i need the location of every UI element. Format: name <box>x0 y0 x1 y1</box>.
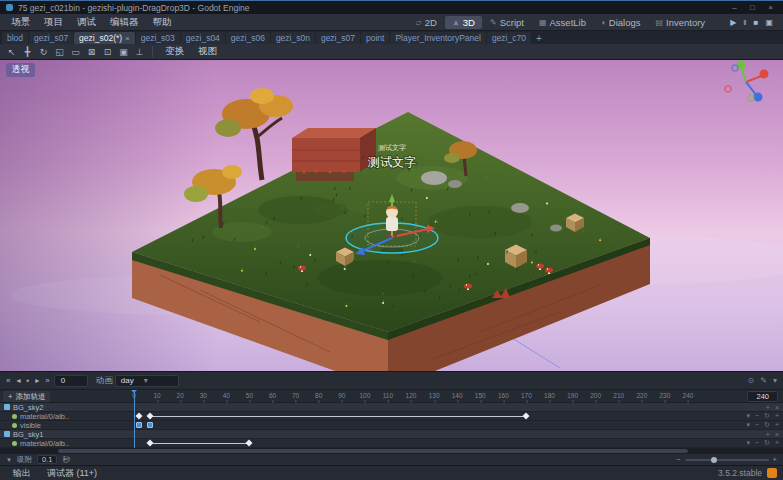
unlock-tool-icon[interactable]: ⊡ <box>100 47 115 57</box>
add-key-icon[interactable]: + <box>775 421 779 429</box>
timeline-ruler[interactable]: + 添加轨道 010203040506070809010011012013014… <box>0 390 783 403</box>
workspace-dialogs-button[interactable]: ◖Dialogs <box>594 16 648 29</box>
loop-icon[interactable]: ↻ <box>764 439 770 447</box>
new-scene-tab-button[interactable]: + <box>532 33 546 44</box>
edit-animation-icon[interactable]: ✎ <box>760 376 767 385</box>
menu-场景[interactable]: 场景 <box>4 16 37 29</box>
remove-track-icon[interactable]: × <box>775 404 779 411</box>
scale-tool-icon[interactable]: ◱ <box>52 47 67 57</box>
animation-select-dropdown[interactable]: day ▾ <box>115 375 179 387</box>
workspace-3d-button[interactable]: ▲3D <box>445 16 482 29</box>
select-tool-icon[interactable]: ↖ <box>4 47 19 57</box>
anim-play-backwards-button[interactable]: ◂ <box>14 376 22 385</box>
scene-tab-gezi-s03[interactable]: gezi_s03 <box>136 32 180 44</box>
add-key-icon[interactable]: + <box>775 439 779 447</box>
scrollbar-thumb[interactable] <box>58 449 688 453</box>
animation-length-box[interactable]: 240 <box>747 391 778 402</box>
anim-play-backwards-from-end-button[interactable]: « <box>4 376 12 385</box>
toolbar-menu-视图[interactable]: 视图 <box>191 45 224 58</box>
interpolation-icon[interactable]: ~ <box>755 439 759 447</box>
keyframe[interactable] <box>147 422 153 428</box>
add-key-icon[interactable]: + <box>775 412 779 420</box>
workspace-assetlib-button[interactable]: ▦AssetLib <box>532 16 593 29</box>
keyframe[interactable] <box>246 439 253 446</box>
loop-icon[interactable]: ↻ <box>764 421 770 429</box>
scene-tab-gezi-s02---[interactable]: gezi_s02(*)× <box>74 32 135 44</box>
scene-tab-label: blod <box>7 33 23 43</box>
menu-编辑器[interactable]: 编辑器 <box>103 16 146 29</box>
move-tool-icon[interactable]: ╋ <box>20 47 35 57</box>
pause-button[interactable]: ‖ <box>741 18 748 27</box>
add-key-icon[interactable]: + <box>766 404 770 411</box>
menu-项目[interactable]: 项目 <box>37 16 70 29</box>
update-mode-icon[interactable]: ▾ <box>746 421 750 429</box>
panel-button---[interactable]: 输出 <box>6 467 38 480</box>
bottom-panel-buttons: 输出调试器 (11+) <box>6 467 104 480</box>
list-select-tool-icon[interactable]: ▭ <box>68 47 83 57</box>
minimize-button[interactable]: – <box>728 3 741 12</box>
workspace-2d-button[interactable]: ▱2D <box>409 16 444 29</box>
snap-value-spinbox[interactable]: 0.1 <box>37 455 57 464</box>
interpolation-icon[interactable]: ~ <box>755 421 759 429</box>
timeline-playhead[interactable] <box>134 390 135 448</box>
onion-skinning-icon[interactable]: ⊙ <box>748 376 755 385</box>
keyframe[interactable] <box>147 412 154 419</box>
play-button[interactable]: ▶ <box>728 18 738 27</box>
keyframe[interactable] <box>135 412 142 419</box>
remove-track-icon[interactable]: × <box>775 431 779 438</box>
timeline-scrollbar[interactable] <box>0 448 783 454</box>
keyframe[interactable] <box>136 422 142 428</box>
update-mode-icon[interactable]: ▾ <box>746 439 750 447</box>
scene-tab-gezi-s04[interactable]: gezi_s04 <box>181 32 225 44</box>
loop-icon[interactable]: ↻ <box>764 412 770 420</box>
workspace-script-button[interactable]: ✎Script <box>483 16 531 29</box>
perspective-button[interactable]: 透视 <box>6 63 35 77</box>
add-key-icon[interactable]: + <box>766 431 770 438</box>
keyframe[interactable] <box>147 439 154 446</box>
scene-tab-gezi-s06[interactable]: gezi_s06 <box>226 32 270 44</box>
menu-调试[interactable]: 调试 <box>70 16 103 29</box>
scene-tab-point[interactable]: point <box>361 32 389 44</box>
keyframe[interactable] <box>523 412 530 419</box>
snap-tool-icon[interactable]: ⊥ <box>132 47 147 57</box>
lock-tool-icon[interactable]: ⊠ <box>84 47 99 57</box>
maximize-button[interactable]: □ <box>746 3 759 12</box>
scene-tab-gezi-c70[interactable]: gezi_c70 <box>487 32 531 44</box>
zoom-slider-handle[interactable] <box>711 457 717 463</box>
track-name: material/0/alb.. <box>0 439 130 448</box>
current-time-spinbox[interactable]: 0 <box>54 375 88 387</box>
close-icon[interactable]: × <box>125 34 130 43</box>
anim-play-button[interactable]: ▸ <box>33 376 41 385</box>
panel-button------11--[interactable]: 调试器 (11+) <box>40 467 104 480</box>
stop-button[interactable]: ■ <box>752 18 761 27</box>
anim-play-from-start-button[interactable]: » <box>43 376 51 385</box>
scene-tab-player-inventorypanel[interactable]: Player_InventoryPanel <box>390 32 486 44</box>
interpolation-icon[interactable]: ~ <box>755 412 759 420</box>
3d-viewport[interactable]: 测试文字 测试文字 透视 <box>0 60 783 371</box>
workspace-label: AssetLib <box>550 17 586 28</box>
scene-tab-label: gezi_s0n <box>276 33 310 43</box>
close-button[interactable]: × <box>764 3 777 12</box>
group-tool-icon[interactable]: ▣ <box>116 47 131 57</box>
track-list: BG_sky2+×material/0/alb..▾~↻+visible▾~↻+… <box>0 403 783 448</box>
toolbar-menu-变换[interactable]: 变换 <box>158 45 191 58</box>
zoom-in-icon[interactable]: + <box>773 455 777 464</box>
scene-tab-blod[interactable]: blod <box>2 32 28 44</box>
zoom-out-icon[interactable]: − <box>676 455 680 464</box>
update-mode-icon[interactable]: ▾ <box>746 412 750 420</box>
anim-stop-button[interactable]: ▪ <box>24 376 31 385</box>
scene-tab-gezi-s07[interactable]: gezi_s07 <box>29 32 73 44</box>
panel-menu-icon[interactable]: ▾ <box>773 376 777 385</box>
zoom-slider[interactable] <box>685 459 769 461</box>
track-material-0-alb--[interactable]: material/0/alb..▾~↻+ <box>0 439 783 448</box>
scene-tab-gezi-s07[interactable]: gezi_s07 <box>316 32 360 44</box>
add-track-button[interactable]: + 添加轨道 <box>3 391 50 402</box>
rotate-tool-icon[interactable]: ↻ <box>36 47 51 57</box>
workspace-inventory-button[interactable]: ▤Inventory <box>648 16 712 29</box>
movie-button[interactable]: ▣ <box>763 18 775 27</box>
menu-帮助[interactable]: 帮助 <box>146 16 179 29</box>
filter-icon[interactable]: ▼ <box>6 457 12 463</box>
track-name: visible <box>0 421 130 430</box>
scene-tab-gezi-s0n[interactable]: gezi_s0n <box>271 32 315 44</box>
version-badge-icon[interactable] <box>767 468 777 478</box>
